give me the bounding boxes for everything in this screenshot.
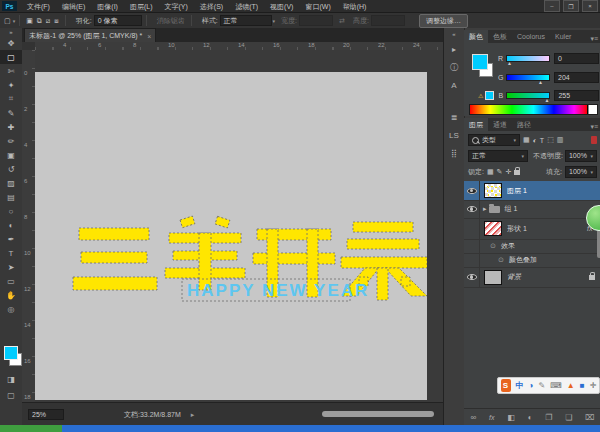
- visibility-toggle[interactable]: [464, 200, 480, 218]
- visibility-toggle[interactable]: [464, 218, 480, 239]
- layer-row-effects[interactable]: ⊙ 效果: [464, 239, 600, 254]
- path-selection-tool[interactable]: ➤: [0, 260, 22, 274]
- punctuation-icon[interactable]: ✎: [539, 379, 546, 392]
- history-brush-tool[interactable]: ↺: [0, 162, 22, 176]
- tool-preset-arrow-icon[interactable]: ▾: [13, 18, 16, 24]
- style-dropdown[interactable]: 正常: [220, 15, 272, 26]
- group-expander-icon[interactable]: ▸: [483, 205, 487, 213]
- link-layers-icon[interactable]: ∞: [470, 413, 476, 422]
- filter-adjustment-icon[interactable]: ◐: [533, 137, 537, 144]
- filter-smart-object-icon[interactable]: ▥: [557, 136, 564, 144]
- color-panel-foreground-swatch[interactable]: [472, 54, 488, 70]
- red-slider[interactable]: ▲: [506, 55, 550, 62]
- close-button[interactable]: ×: [582, 0, 598, 12]
- new-group-icon[interactable]: ❐: [545, 413, 552, 422]
- canvas-document[interactable]: 三羊开泰: [35, 72, 427, 400]
- color-overlay-label[interactable]: 颜色叠加: [509, 255, 537, 265]
- status-expand-icon[interactable]: ▸: [191, 411, 195, 419]
- menu-image[interactable]: 图像(I): [92, 1, 123, 12]
- fill-dropdown[interactable]: 100%▾: [565, 166, 597, 178]
- minimize-button[interactable]: –: [544, 0, 560, 12]
- menu-view[interactable]: 视图(V): [265, 1, 298, 12]
- color-panel-menu-icon[interactable]: ▾≡: [590, 35, 600, 43]
- tab-layers[interactable]: 图层: [464, 118, 488, 131]
- layer-name[interactable]: 背景: [507, 272, 521, 282]
- dock-collapse-icon[interactable]: «: [444, 28, 464, 40]
- gradient-tool[interactable]: ▤: [0, 190, 22, 204]
- new-selection-icon[interactable]: ▣: [24, 17, 35, 25]
- delete-layer-icon[interactable]: ⌧: [585, 413, 594, 422]
- styles-panel-icon[interactable]: LS: [444, 126, 464, 144]
- lock-all-icon[interactable]: [514, 170, 520, 175]
- layer-mask-icon[interactable]: ◧: [507, 413, 515, 422]
- tab-paths[interactable]: 路径: [512, 118, 536, 131]
- brush-panel-icon[interactable]: ⣿: [444, 144, 464, 162]
- blur-tool[interactable]: ○: [0, 204, 22, 218]
- pen-tool[interactable]: ✒: [0, 232, 22, 246]
- lasso-tool[interactable]: ✄: [0, 64, 22, 78]
- document-tab-close-icon[interactable]: ×: [147, 33, 151, 40]
- menu-file[interactable]: 文件(F): [22, 1, 55, 12]
- document-tab[interactable]: 未标题-1 @ 25% (图层 1, CMYK/8) * ×: [24, 28, 156, 43]
- red-value-input[interactable]: 0: [554, 53, 599, 64]
- effects-label[interactable]: 效果: [501, 241, 515, 251]
- visibility-toggle[interactable]: [464, 239, 480, 253]
- type-tool[interactable]: T: [0, 246, 22, 260]
- layer-name[interactable]: 形状 1: [507, 224, 527, 234]
- subtract-selection-icon[interactable]: ⧄: [44, 17, 52, 25]
- eyedropper-tool[interactable]: ✎: [0, 106, 22, 120]
- opacity-dropdown[interactable]: 100%▾: [565, 150, 597, 162]
- hand-tool[interactable]: ✋: [0, 288, 22, 302]
- blue-slider[interactable]: ▲: [506, 92, 550, 99]
- rectangular-marquee-tool[interactable]: ▢: [0, 50, 22, 64]
- ime-settings-icon[interactable]: ✛: [590, 379, 597, 392]
- actions-panel-icon[interactable]: ▸: [444, 40, 464, 58]
- skin-icon[interactable]: ■: [580, 379, 585, 392]
- dodge-tool[interactable]: ◐: [0, 218, 22, 232]
- filter-type-icon[interactable]: T: [540, 137, 544, 144]
- layer-row-background[interactable]: 背景: [464, 267, 600, 288]
- healing-brush-tool[interactable]: ✚: [0, 120, 22, 134]
- intersect-selection-icon[interactable]: ⧈: [52, 17, 60, 25]
- tab-swatches[interactable]: 色板: [488, 30, 512, 43]
- menu-filter[interactable]: 滤镜(T): [230, 1, 263, 12]
- tools-collapse-icon[interactable]: »: [0, 28, 22, 36]
- quick-selection-tool[interactable]: ✦: [0, 78, 22, 92]
- sogou-logo-icon[interactable]: S: [501, 379, 511, 392]
- tool-preset-icon[interactable]: ▢: [4, 17, 11, 25]
- closest-websafe-swatch[interactable]: [485, 91, 494, 100]
- tab-color[interactable]: 颜色: [464, 30, 488, 43]
- layer-filter-dropdown[interactable]: 类型▾: [468, 134, 520, 146]
- blend-mode-dropdown[interactable]: 正常▾: [468, 150, 528, 162]
- layer-name[interactable]: 组 1: [505, 204, 518, 214]
- layer-comps-panel-icon[interactable]: ≣: [444, 108, 464, 126]
- layer-thumbnail[interactable]: [484, 183, 502, 198]
- adjustment-layer-icon[interactable]: ◐: [528, 413, 533, 422]
- soft-keyboard-icon[interactable]: ⌨: [550, 379, 562, 392]
- new-layer-icon[interactable]: ❏: [565, 413, 572, 422]
- layer-style-icon[interactable]: fx: [489, 414, 494, 421]
- menu-edit[interactable]: 编辑(E): [57, 1, 90, 12]
- zoom-level-input[interactable]: 25%: [28, 409, 64, 420]
- quick-mask-button[interactable]: ◨: [0, 372, 22, 386]
- layers-panel-menu-icon[interactable]: ▾≡: [590, 123, 600, 131]
- layer-row-layer-1[interactable]: 图层 1: [464, 181, 600, 201]
- blue-value-input[interactable]: 255: [554, 90, 599, 101]
- menu-window[interactable]: 窗口(W): [300, 1, 335, 12]
- menu-select[interactable]: 选择(S): [195, 1, 228, 12]
- shape-tool[interactable]: ▭: [0, 274, 22, 288]
- menu-layer[interactable]: 图层(L): [125, 1, 158, 12]
- horizontal-scrollbar[interactable]: [322, 411, 434, 417]
- style-dropdown-arrow-icon[interactable]: ▾: [273, 18, 276, 24]
- green-value-input[interactable]: 204: [554, 72, 599, 83]
- gamut-warning-icon[interactable]: ⚠: [478, 92, 483, 99]
- layer-name[interactable]: 图层 1: [507, 186, 527, 196]
- filter-shape-icon[interactable]: ⬚: [547, 136, 554, 144]
- character-panel-icon[interactable]: A: [444, 76, 464, 94]
- tab-coolorus[interactable]: Coolorus: [512, 30, 550, 43]
- move-tool[interactable]: ✥: [0, 36, 22, 50]
- restore-button[interactable]: ❐: [563, 0, 579, 12]
- eraser-tool[interactable]: ▨: [0, 176, 22, 190]
- zoom-tool[interactable]: ◎: [0, 302, 22, 316]
- color-spectrum-bar[interactable]: [469, 104, 598, 115]
